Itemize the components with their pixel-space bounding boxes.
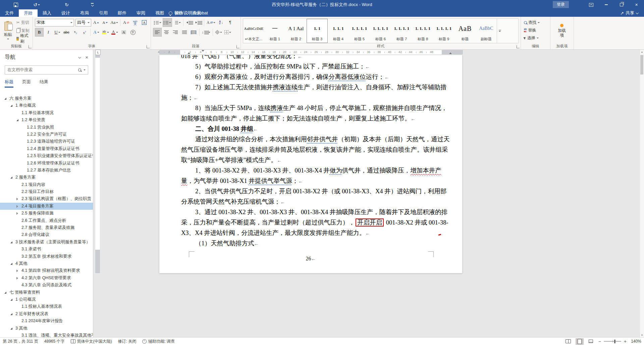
nav-tab-结果[interactable]: 结果 — [40, 79, 48, 88]
nav-heading-2.3 项目机构设置（框图）、岗位职责[interactable]: 2.3 项目机构设置（框图）、岗位职责 — [0, 195, 93, 202]
collapse-icon[interactable] — [4, 98, 6, 100]
distributed-button[interactable] — [189, 28, 198, 37]
nav-heading-1 单位概况[interactable]: 1 单位概况 — [0, 102, 93, 109]
clear-formatting-button[interactable]: A — [122, 18, 130, 27]
expand-icon[interactable] — [16, 212, 18, 215]
scroll-down-icon[interactable]: ▼ — [640, 334, 644, 336]
read-mode-button[interactable] — [564, 338, 572, 345]
tab-设计[interactable]: 设计 — [56, 9, 75, 17]
nav-heading-2.7 服务期、质量承诺及措施[interactable]: 2.7 服务期、质量承诺及措施 — [0, 224, 93, 231]
font-color-button[interactable]: A — [110, 28, 119, 37]
character-shading-button[interactable]: A — [119, 28, 128, 37]
nav-heading-3 技术服务承诺（主要说明服务质量等）[interactable]: 3 技术服务承诺（主要说明服务质量等） — [0, 239, 93, 246]
nav-heading-1.2.3 道路运输经营许可证[interactable]: 1.2.3 道路运输经营许可证 — [0, 138, 93, 145]
nav-heading-1.2.5 职业健康安全管理体系认证证书[interactable]: 1.2.5 职业健康安全管理体系认证证书 — [0, 152, 93, 159]
scrollbar-thumb[interactable] — [640, 55, 643, 75]
save-icon[interactable] — [10, 0, 21, 9]
nav-heading-3.1 违法、违规、重大安全事故及其他不良记...[interactable]: 3.1 违法、违规、重大安全事故及其他不良记... — [0, 332, 93, 337]
nav-heading-1.2.1 营业执照[interactable]: 1.2.1 营业执照 — [0, 124, 93, 131]
scroll-up-icon[interactable]: ▲ — [640, 51, 644, 53]
zoom-slider[interactable] — [604, 341, 621, 342]
nav-search-input[interactable]: 在文档中搜索 — [5, 65, 88, 75]
customize-quick-access-icon[interactable] — [87, 0, 98, 9]
style-item-标题 6[interactable]: 1. 1. 1. 1标题 6 — [370, 19, 391, 43]
paragraph-dialog-launcher-icon[interactable] — [236, 45, 239, 48]
share-button[interactable]: ↗ 共享 — [617, 9, 641, 17]
nav-pane-close-icon[interactable]: × — [85, 55, 88, 60]
tab-插入[interactable]: 插入 — [38, 9, 56, 17]
grow-font-button[interactable]: A — [92, 18, 100, 27]
nav-heading-2.2 项目工作目标[interactable]: 2.2 项目工作目标 — [0, 188, 93, 195]
strikethrough-button[interactable]: abc — [62, 28, 71, 37]
superscript-button[interactable]: x2 — [80, 28, 89, 37]
undo-icon[interactable]: ↺ — [31, 0, 42, 9]
style-item-↵本文正...[interactable]: AaBbCcDdE↵本文正... — [243, 19, 264, 43]
borders-button[interactable] — [223, 28, 232, 37]
nav-heading-1.2.2 安全生产许可证[interactable]: 1.2.2 安全生产许可证 — [0, 131, 93, 138]
underline-button[interactable]: U — [53, 28, 62, 37]
style-item-标题 9[interactable]: 1. 1. 1. 1标题 9 — [433, 19, 454, 43]
subscript-button[interactable]: x2 — [71, 28, 80, 37]
decrease-indent-button[interactable] — [185, 18, 194, 27]
expand-icon[interactable] — [16, 269, 18, 272]
format-painter-button[interactable]: 格式刷 — [15, 35, 31, 42]
collapse-icon[interactable] — [4, 292, 6, 294]
zoom-level[interactable]: 140% — [630, 339, 641, 344]
nav-heading-1.1 投标人基本情况表[interactable]: 1.1 投标人基本情况表 — [0, 303, 93, 310]
font-dialog-launcher-icon[interactable] — [147, 45, 150, 48]
nav-heading-2 服务方案[interactable]: 2 服务方案 — [0, 174, 93, 181]
nav-heading-4.1 第四章 招标说明及资料要求[interactable]: 4.1 第四章 招标说明及资料要求 — [0, 267, 93, 274]
redo-icon[interactable]: ↻ — [61, 0, 72, 9]
nav-tab-页面[interactable]: 页面 — [22, 79, 31, 88]
font-size-select[interactable]: 四号 — [75, 19, 91, 27]
italic-button[interactable]: I — [44, 28, 53, 37]
zoom-out-icon[interactable]: − — [598, 339, 601, 344]
change-case-button[interactable]: Aa — [110, 18, 119, 27]
nav-heading-1.2.4 质量管理体系认证证书[interactable]: 1.2.4 质量管理体系认证证书 — [0, 145, 93, 152]
web-layout-button[interactable] — [587, 338, 595, 345]
style-item-标题 1[interactable]: 一标题 1 — [264, 19, 285, 43]
vertical-scrollbar[interactable]: ▲ ▼ — [640, 50, 644, 337]
style-item-标题 3[interactable]: 1. 1标题 3 — [307, 19, 328, 43]
tab-邮件[interactable]: 邮件 — [113, 9, 131, 17]
replace-button[interactable]: abac替换 — [523, 27, 548, 34]
proofing-status[interactable]: 简体中文(中国大陆) — [71, 339, 112, 344]
collapse-icon[interactable] — [10, 105, 12, 107]
find-button[interactable]: 查找 — [523, 19, 548, 26]
nav-heading-2.5 服务保障措施[interactable]: 2.5 服务保障措施 — [0, 210, 93, 217]
text-effects-button[interactable]: A — [92, 28, 101, 37]
select-button[interactable]: 选择 — [523, 34, 548, 42]
tab-视图[interactable]: 视图 — [150, 9, 169, 17]
nav-heading-4.2 第六章 QHSE管理要求[interactable]: 4.2 第六章 QHSE管理要求 — [0, 275, 93, 282]
nav-heading-1.1 单位基本情况[interactable]: 1.1 单位基本情况 — [0, 109, 93, 116]
align-right-button[interactable] — [171, 28, 180, 37]
collapse-icon[interactable] — [10, 241, 12, 243]
tell-me-search[interactable]: 操作说明搜索 — [169, 9, 201, 17]
clipboard-dialog-launcher-icon[interactable] — [29, 45, 32, 48]
nav-tab-标题[interactable]: 标题 — [5, 79, 13, 88]
line-spacing-button[interactable]: ↕ — [201, 28, 211, 37]
nav-heading-2.1 项目内容[interactable]: 2.1 项目内容 — [0, 181, 93, 188]
style-item-标题 8[interactable]: 1. 1. 1. 1标题 8 — [412, 19, 433, 43]
nav-heading-3.2 第五章 技术标准和要求[interactable]: 3.2 第五章 技术标准和要求 — [0, 253, 93, 260]
increase-indent-button[interactable] — [194, 18, 203, 27]
cut-button[interactable]: ✂剪切 — [15, 19, 31, 26]
nav-heading-3.1 承诺书[interactable]: 3.1 承诺书 — [0, 246, 93, 253]
collapse-icon[interactable] — [10, 328, 12, 330]
ribbon-display-options-icon[interactable] — [584, 0, 599, 9]
align-left-button[interactable] — [153, 28, 162, 37]
page-indicator[interactable]: 第 26 页，共 311 页 — [3, 339, 38, 344]
collapse-icon[interactable] — [10, 299, 12, 301]
signin-button[interactable]: 登录 — [553, 1, 569, 8]
zoom-in-icon[interactable]: + — [624, 339, 627, 344]
tab-开始[interactable]: 开始 — [19, 9, 38, 17]
nav-heading-2.4 项目服务方案[interactable]: 2.4 项目服务方案 — [0, 203, 93, 210]
collapse-icon[interactable] — [10, 177, 12, 179]
font-name-select[interactable]: 宋体 — [35, 19, 74, 27]
nav-heading-1.2 单位资质[interactable]: 1.2 单位资质 — [0, 116, 93, 124]
style-item-标题 7[interactable]: 1. 1. 1. 1标题 7 — [391, 19, 412, 43]
collapse-icon[interactable] — [10, 263, 12, 265]
align-center-button[interactable] — [162, 28, 171, 37]
tab-文件[interactable]: 文件 — [0, 9, 19, 17]
minimize-icon[interactable] — [599, 0, 614, 9]
